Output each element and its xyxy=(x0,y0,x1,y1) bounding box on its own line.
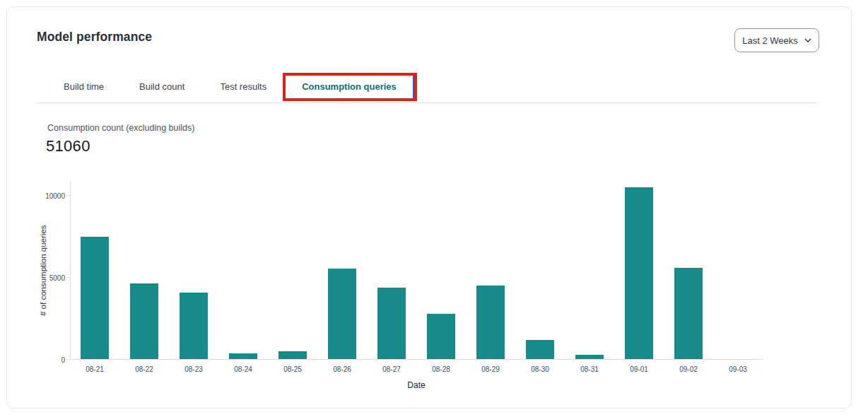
x-tick-label-08-22: 08-22 xyxy=(119,365,169,373)
y-tick-label-0: 0 xyxy=(61,356,65,364)
x-tick-label-08-29: 08-29 xyxy=(466,365,515,373)
chevron-down-icon xyxy=(804,38,811,42)
bar-08-23[interactable] xyxy=(180,293,208,359)
tab-bar: Build timeBuild countTest resultsConsump… xyxy=(36,71,819,103)
bar-08-30[interactable] xyxy=(526,340,554,359)
bar-08-21[interactable] xyxy=(81,237,109,359)
y-axis-title: # of consumption queries xyxy=(39,182,47,360)
y-tick-mark xyxy=(66,359,70,360)
model-performance-card: Model performance Last 2 Weeks Build tim… xyxy=(6,6,852,409)
x-tick-label-09-03: 09-03 xyxy=(713,365,763,373)
metric-label: Consumption count (excluding builds) xyxy=(47,123,194,133)
x-tick-label-08-28: 08-28 xyxy=(416,365,466,373)
bar-08-26[interactable] xyxy=(328,269,356,359)
tab-build-count[interactable]: Build count xyxy=(122,71,202,102)
bar-08-28[interactable] xyxy=(427,314,455,359)
y-tick-mark xyxy=(66,195,70,196)
x-axis-title: Date xyxy=(70,380,763,390)
x-tick-label-08-21: 08-21 xyxy=(70,365,119,373)
x-tick-label-09-01: 09-01 xyxy=(614,365,664,373)
x-tick-label-09-02: 09-02 xyxy=(664,365,713,373)
x-tick-label-08-27: 08-27 xyxy=(367,365,416,373)
x-tick-label-08-26: 08-26 xyxy=(317,365,367,373)
metric-value: 51060 xyxy=(46,137,90,155)
tab-test-results[interactable]: Test results xyxy=(202,71,284,102)
tab-build-time[interactable]: Build time xyxy=(46,71,122,102)
x-tick-label-08-24: 08-24 xyxy=(218,365,268,373)
y-tick-label-5000: 5000 xyxy=(49,274,65,282)
bar-09-02[interactable] xyxy=(674,268,703,359)
y-tick-mark xyxy=(66,277,70,278)
y-tick-label-10000: 10000 xyxy=(45,192,65,200)
tab-consumption-queries[interactable]: Consumption queries xyxy=(284,71,414,102)
bar-08-29[interactable] xyxy=(476,286,505,359)
x-tick-label-08-30: 08-30 xyxy=(515,365,565,373)
bar-08-24[interactable] xyxy=(229,353,257,359)
bar-08-22[interactable] xyxy=(130,283,158,359)
x-tick-label-08-25: 08-25 xyxy=(268,365,317,373)
consumption-queries-bar-chart: # of consumption queries Date 0500010000… xyxy=(70,182,763,360)
x-tick-label-08-23: 08-23 xyxy=(169,365,218,373)
x-axis-line xyxy=(70,359,763,360)
bar-08-31[interactable] xyxy=(575,355,604,359)
y-axis-line xyxy=(70,182,71,360)
bar-08-27[interactable] xyxy=(377,288,406,359)
bar-09-01[interactable] xyxy=(625,187,653,359)
period-selector-value: Last 2 Weeks xyxy=(742,35,798,46)
bar-08-25[interactable] xyxy=(278,351,307,359)
page-title: Model performance xyxy=(37,30,152,45)
period-selector-dropdown[interactable]: Last 2 Weeks xyxy=(734,28,819,52)
x-tick-label-08-31: 08-31 xyxy=(565,365,614,373)
